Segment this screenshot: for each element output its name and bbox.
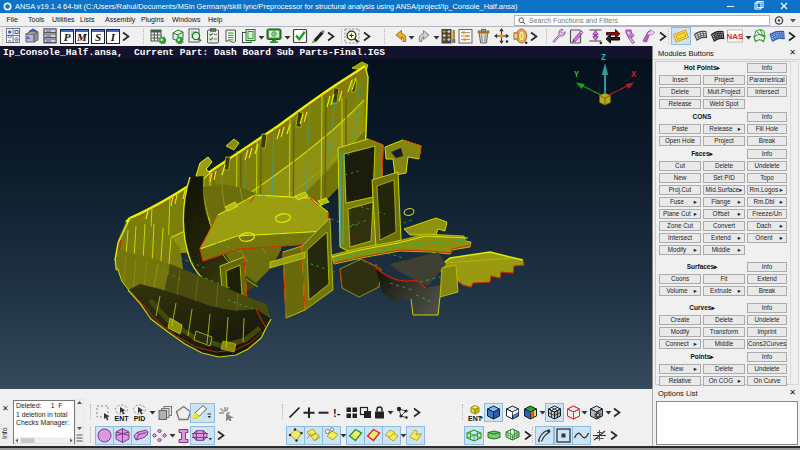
svg-text:!-: !- [333,407,341,419]
svg-text:ENT: ENT [468,415,483,422]
svg-text:PID: PID [134,415,146,422]
svg-text:X: X [631,70,637,80]
svg-text:ENT: ENT [115,415,130,422]
svg-text:NAS: NAS [727,32,743,41]
svg-text:Y: Y [574,70,580,80]
svg-text:M: M [76,31,88,43]
svg-text:P: P [63,31,70,43]
svg-text:I: I [110,31,116,43]
svg-text:Z: Z [601,53,606,63]
svg-text:S: S [94,31,100,43]
